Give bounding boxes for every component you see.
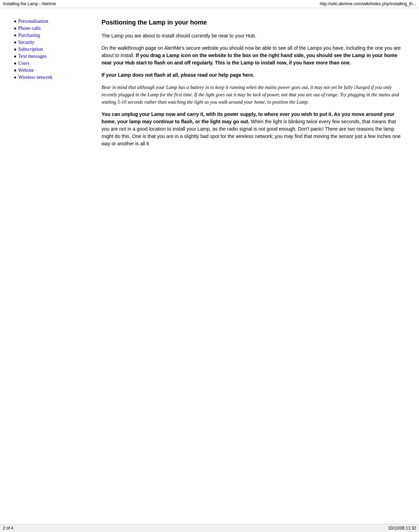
paragraph-2: On the walkthrough page on AlertMe's sec… — [102, 44, 405, 67]
sidebar-item: Subscription — [14, 47, 91, 52]
sidebar-link-text-messages[interactable]: Text messages — [18, 54, 47, 59]
sidebar-item: Personalisation — [14, 19, 91, 24]
paragraph-1-text: The Lamp you are about to install should… — [102, 33, 256, 39]
sidebar-item: Website — [14, 68, 91, 73]
page-content: Personalisation Phone calls Purchasing S… — [0, 8, 419, 159]
browser-url: http://wiki.alertme.com/wiki/index.php/I… — [320, 1, 416, 6]
paragraph-1: The Lamp you are about to install should… — [102, 32, 405, 40]
sidebar-link-purchasing[interactable]: Purchasing — [18, 33, 40, 38]
sidebar: Personalisation Phone calls Purchasing S… — [14, 15, 91, 152]
paragraph-3-bold: If your Lamp does not flash at all, plea… — [102, 72, 254, 78]
sidebar-item: Purchasing — [14, 33, 91, 38]
sidebar-link-users[interactable]: Users — [18, 61, 29, 66]
sidebar-item: Phone calls — [14, 26, 91, 31]
sidebar-item: Security — [14, 40, 91, 45]
footer-page-count: 2 of 4 — [3, 526, 13, 531]
browser-bar: Installing the Lamp - Alertme http://wik… — [0, 0, 419, 8]
sidebar-item: Users — [14, 61, 91, 66]
footer-datetime: 10/10/08 11:32 — [388, 526, 416, 531]
browser-footer: 2 of 4 10/10/08 11:32 — [0, 524, 419, 532]
paragraph-2-bold: If you drag a Lamp icon on the website t… — [102, 53, 397, 65]
sidebar-link-subscription[interactable]: Subscription — [18, 47, 43, 52]
page-heading: Positioning the Lamp in your home — [102, 19, 405, 27]
sidebar-link-wireless-network[interactable]: Wireless network — [18, 75, 53, 80]
sidebar-link-security[interactable]: Security — [18, 40, 35, 45]
paragraph-3: If your Lamp does not flash at all, plea… — [102, 71, 405, 79]
paragraph-5: You can unplug your Lamp now and carry i… — [102, 111, 405, 147]
main-content: Positioning the Lamp in your home The La… — [91, 15, 405, 152]
paragraph-4: Bear in mind that although your Lamp has… — [102, 84, 405, 106]
sidebar-link-website[interactable]: Website — [18, 68, 34, 73]
browser-title: Installing the Lamp - Alertme — [3, 1, 56, 6]
sidebar-item: Text messages — [14, 54, 91, 59]
sidebar-item: Wireless network — [14, 75, 91, 80]
sidebar-link-phone-calls[interactable]: Phone calls — [18, 26, 41, 31]
sidebar-link-personalisation[interactable]: Personalisation — [18, 19, 48, 24]
sidebar-list: Personalisation Phone calls Purchasing S… — [14, 19, 91, 80]
